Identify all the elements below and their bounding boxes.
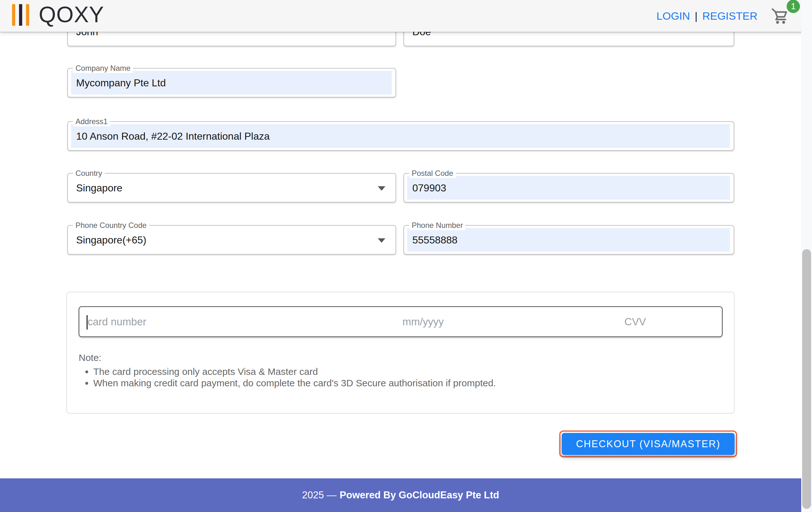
logo-bars-icon [12, 4, 29, 26]
postal-code-value: 079903 [412, 182, 446, 194]
postal-code-field[interactable]: Postal Code 079903 [403, 173, 734, 203]
company-name-field[interactable]: Company Name Mycompany Pte Ltd [67, 68, 396, 98]
logo-bar-icon [12, 4, 15, 26]
login-link[interactable]: LOGIN [657, 10, 690, 22]
postal-code-label: Postal Code [409, 168, 456, 178]
autofill-highlight [407, 176, 730, 200]
phone-number-field[interactable]: Phone Number 55558888 [403, 225, 734, 254]
header: QOXY LOGIN | REGISTER 1 [0, 0, 812, 32]
address1-field[interactable]: Address1 10 Anson Road, #22-02 Internati… [67, 121, 734, 151]
footer-powered-by: Powered By GoCloudEasy Pte Ltd [340, 489, 499, 501]
country-select[interactable]: Country Singapore [67, 173, 396, 203]
checkout-button[interactable]: CHECKOUT (VISA/MASTER) [562, 433, 734, 455]
card-expiry-input[interactable] [362, 307, 484, 336]
dropdown-arrow-icon [378, 186, 385, 190]
payment-panel: Note: The card processing only accepts V… [66, 292, 734, 413]
phone-country-code-select[interactable]: Phone Country Code Singapore(+65) [67, 225, 396, 254]
card-number-input[interactable] [88, 307, 345, 336]
checkout-button-focus-ring: CHECKOUT (VISA/MASTER) [559, 430, 737, 457]
logo-text: QOXY [39, 2, 104, 27]
card-input-group [79, 306, 723, 337]
country-label: Country [73, 168, 105, 178]
note-list: The card processing only accepts Visa & … [79, 366, 496, 389]
card-cvv-input[interactable] [587, 307, 684, 336]
nav-separator: | [695, 10, 697, 22]
note-item: When making credit card payment, do comp… [93, 377, 496, 389]
payment-note: Note: The card processing only accepts V… [79, 352, 496, 389]
address1-value: 10 Anson Road, #22-02 International Plaz… [76, 130, 270, 142]
scrollbar-thumb[interactable] [802, 249, 811, 509]
cart-button[interactable]: 1 [770, 7, 788, 25]
cart-badge: 1 [787, 0, 800, 13]
phone-number-value: 55558888 [412, 234, 457, 246]
logo-bar-icon [26, 4, 29, 26]
phone-country-code-label: Phone Country Code [73, 221, 149, 230]
phone-country-code-value: Singapore(+65) [76, 234, 146, 246]
phone-number-label: Phone Number [409, 221, 465, 230]
note-item: The card processing only accepts Visa & … [93, 366, 496, 377]
header-nav: LOGIN | REGISTER 1 [657, 7, 788, 25]
address1-label: Address1 [73, 117, 110, 126]
register-link[interactable]: REGISTER [702, 10, 757, 22]
logo-bar-icon [19, 4, 22, 26]
shopping-cart-icon [770, 7, 788, 25]
qoxy-logo: QOXY [12, 4, 104, 27]
note-title: Note: [79, 352, 496, 363]
company-name-label: Company Name [73, 63, 133, 73]
footer: 2025 — Powered By GoCloudEasy Pte Ltd [0, 478, 801, 512]
country-value: Singapore [76, 182, 122, 194]
dropdown-arrow-icon [378, 238, 385, 243]
footer-year: 2025 — [302, 489, 337, 501]
scrollbar-track[interactable] [801, 0, 812, 512]
company-name-value: Mycompany Pte Ltd [76, 77, 166, 88]
